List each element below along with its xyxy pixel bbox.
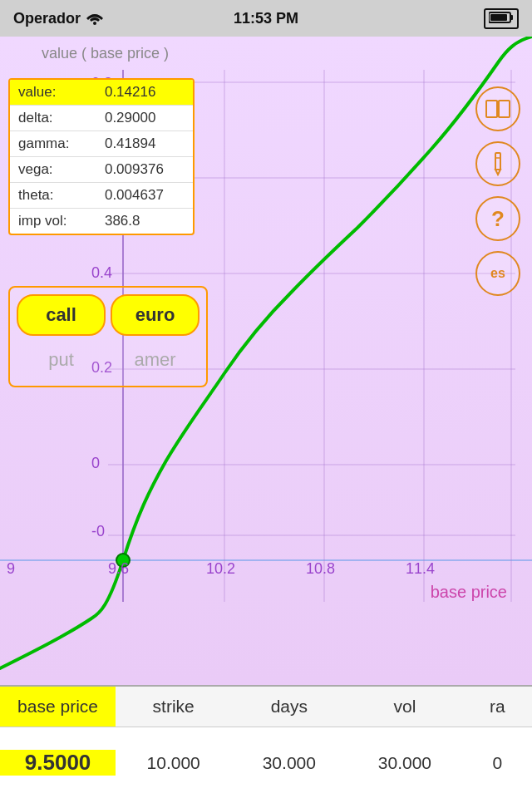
metrics-table: value: 0.14216 delta: 0.29000 gamma: 0.4…	[10, 80, 193, 234]
bottom-bar: base price strike days vol ra 9.5000 10.…	[0, 685, 532, 798]
status-time: 11:53 PM	[234, 10, 298, 27]
axis-label-base-price: base price	[431, 583, 507, 602]
y-label-0_4: 0.4	[91, 264, 112, 282]
header-vol: vol	[347, 687, 462, 727]
amer-button[interactable]: amer	[111, 341, 200, 379]
cell-gamma: 0.41894	[96, 131, 193, 157]
help-button[interactable]: ?	[475, 196, 520, 241]
battery-indicator	[484, 8, 519, 29]
euro-button[interactable]: euro	[111, 294, 200, 336]
value-base-price[interactable]: 9.5000	[0, 750, 116, 776]
svg-rect-22	[495, 153, 500, 170]
label-vega: vega:	[10, 157, 96, 183]
book-icon	[485, 99, 510, 119]
x-label-9_6: 9.6	[108, 560, 129, 578]
lang-button[interactable]: es	[475, 251, 520, 296]
carrier-text: Operador	[13, 10, 81, 27]
bottom-headers: base price strike days vol ra	[0, 687, 532, 727]
pencil-icon	[488, 151, 508, 176]
table-row-delta: delta: 0.29000	[10, 106, 193, 131]
value-strike[interactable]: 10.000	[116, 753, 231, 773]
header-base-price: base price	[0, 687, 116, 727]
edit-button[interactable]	[475, 141, 520, 186]
label-delta: delta:	[10, 106, 96, 131]
table-row-value: value: 0.14216	[10, 80, 193, 106]
cell-value: 0.14216	[96, 80, 193, 106]
bottom-values: 9.5000 10.000 30.000 30.000 0	[0, 727, 532, 798]
wifi-icon	[86, 12, 104, 25]
cell-vega: 0.009376	[96, 157, 193, 183]
header-ra: ra	[463, 687, 532, 727]
label-gamma: gamma:	[10, 131, 96, 157]
svg-rect-20	[499, 101, 510, 117]
cell-delta: 0.29000	[96, 106, 193, 131]
cell-impvol: 386.8	[96, 209, 193, 234]
table-row-gamma: gamma: 0.41894	[10, 131, 193, 157]
battery-icon	[489, 11, 514, 24]
status-bar: Operador 11:53 PM	[0, 0, 532, 37]
label-theta: theta:	[10, 183, 96, 209]
svg-rect-3	[490, 14, 507, 21]
right-buttons: ? es	[475, 86, 520, 296]
chart-title: value ( base price )	[42, 45, 169, 62]
table-row-theta: theta: 0.004637	[10, 183, 193, 209]
value-days[interactable]: 30.000	[231, 753, 347, 773]
call-button[interactable]: call	[17, 294, 106, 336]
chart-area: value ( base price ) 0.8 0.6 0.4 0.2 0 -…	[0, 37, 532, 685]
svg-rect-2	[510, 15, 513, 20]
label-value: value:	[10, 80, 96, 106]
svg-point-0	[93, 22, 96, 25]
header-days: days	[231, 687, 347, 727]
book-button[interactable]	[475, 86, 520, 131]
value-vol[interactable]: 30.000	[347, 753, 462, 773]
info-table: value: 0.14216 delta: 0.29000 gamma: 0.4…	[8, 78, 195, 235]
put-button[interactable]: put	[17, 341, 106, 379]
table-row-impvol: imp vol: 386.8	[10, 209, 193, 234]
x-label-9: 9	[7, 560, 15, 578]
x-label-10_8: 10.8	[306, 560, 335, 578]
status-carrier: Operador	[13, 10, 104, 27]
label-impvol: imp vol:	[10, 209, 96, 234]
x-label-10_2: 10.2	[206, 560, 235, 578]
value-ra[interactable]: 0	[463, 753, 532, 773]
cell-theta: 0.004637	[96, 183, 193, 209]
y-label-neg0: -0	[91, 523, 105, 540]
x-label-11_4: 11.4	[406, 560, 435, 578]
option-buttons: call euro put amer	[8, 286, 208, 387]
svg-rect-19	[486, 101, 497, 117]
y-label-0: 0	[91, 455, 100, 472]
svg-marker-23	[495, 170, 500, 175]
header-strike: strike	[116, 687, 231, 727]
table-row-vega: vega: 0.009376	[10, 157, 193, 183]
